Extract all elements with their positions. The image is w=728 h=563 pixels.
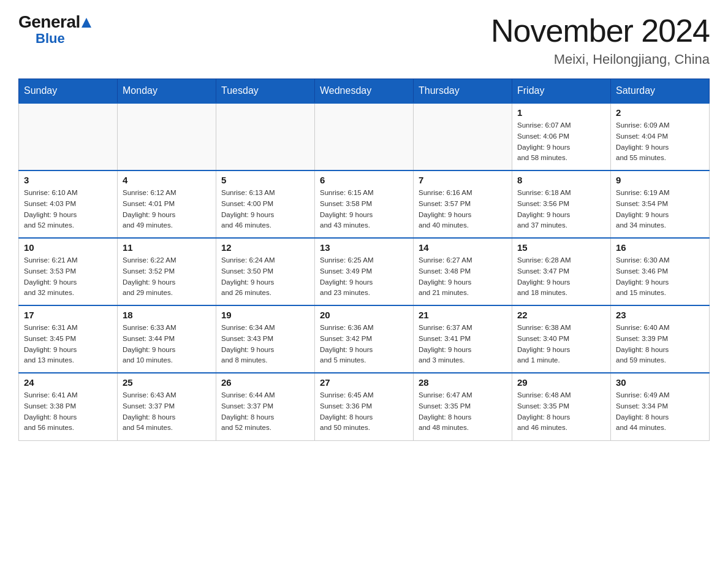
calendar-cell: 15Sunrise: 6:28 AMSunset: 3:47 PMDayligh… [512, 238, 611, 305]
calendar-subtitle: Meixi, Heilongjiang, China [491, 52, 710, 67]
calendar-cell: 7Sunrise: 6:16 AMSunset: 3:57 PMDaylight… [414, 170, 512, 238]
calendar-cell: 2Sunrise: 6:09 AMSunset: 4:04 PMDaylight… [611, 103, 710, 170]
day-info: Sunrise: 6:47 AMSunset: 3:35 PMDaylight:… [419, 390, 507, 434]
day-number: 29 [517, 377, 605, 388]
week-row-3: 10Sunrise: 6:21 AMSunset: 3:53 PMDayligh… [19, 238, 710, 305]
calendar-cell: 16Sunrise: 6:30 AMSunset: 3:46 PMDayligh… [611, 238, 710, 305]
day-number: 7 [419, 175, 507, 185]
day-info: Sunrise: 6:45 AMSunset: 3:36 PMDaylight:… [320, 390, 408, 434]
col-friday: Friday [512, 79, 611, 104]
col-sunday: Sunday [19, 79, 118, 104]
day-number: 15 [517, 242, 605, 253]
day-number: 11 [123, 242, 211, 253]
day-info: Sunrise: 6:31 AMSunset: 3:45 PMDaylight:… [24, 323, 112, 366]
day-number: 16 [616, 242, 704, 253]
day-number: 28 [419, 377, 507, 388]
calendar-cell: 1Sunrise: 6:07 AMSunset: 4:06 PMDaylight… [512, 103, 611, 170]
day-number: 23 [616, 310, 704, 320]
day-info: Sunrise: 6:28 AMSunset: 3:47 PMDaylight:… [517, 255, 605, 299]
day-number: 5 [221, 175, 309, 185]
day-info: Sunrise: 6:07 AMSunset: 4:06 PMDaylight:… [517, 120, 605, 164]
day-info: Sunrise: 6:34 AMSunset: 3:43 PMDaylight:… [221, 323, 309, 366]
week-row-4: 17Sunrise: 6:31 AMSunset: 3:45 PMDayligh… [19, 305, 710, 373]
day-number: 21 [419, 310, 507, 320]
day-info: Sunrise: 6:40 AMSunset: 3:39 PMDaylight:… [616, 323, 704, 366]
calendar-cell: 13Sunrise: 6:25 AMSunset: 3:49 PMDayligh… [315, 238, 414, 305]
day-info: Sunrise: 6:25 AMSunset: 3:49 PMDaylight:… [320, 255, 408, 299]
day-number: 19 [221, 310, 309, 320]
day-number: 18 [123, 310, 211, 320]
calendar-cell: 9Sunrise: 6:19 AMSunset: 3:54 PMDaylight… [611, 170, 710, 238]
title-block: November 2024 Meixi, Heilongjiang, China [491, 12, 710, 67]
logo: General Blue [18, 12, 91, 47]
day-info: Sunrise: 6:44 AMSunset: 3:37 PMDaylight:… [221, 390, 309, 434]
day-number: 17 [24, 310, 112, 320]
page-header: General Blue November 2024 Meixi, Heilon… [18, 12, 710, 67]
logo-general-text: General [18, 12, 91, 33]
day-number: 25 [123, 377, 211, 388]
day-info: Sunrise: 6:36 AMSunset: 3:42 PMDaylight:… [320, 323, 408, 366]
day-info: Sunrise: 6:16 AMSunset: 3:57 PMDaylight:… [419, 188, 507, 231]
day-number: 24 [24, 377, 112, 388]
svg-marker-0 [82, 18, 91, 28]
calendar-cell: 19Sunrise: 6:34 AMSunset: 3:43 PMDayligh… [216, 305, 315, 373]
calendar-cell: 21Sunrise: 6:37 AMSunset: 3:41 PMDayligh… [414, 305, 512, 373]
day-number: 12 [221, 242, 309, 253]
day-info: Sunrise: 6:38 AMSunset: 3:40 PMDaylight:… [517, 323, 605, 366]
day-info: Sunrise: 6:09 AMSunset: 4:04 PMDaylight:… [616, 120, 704, 164]
day-number: 13 [320, 242, 408, 253]
calendar-cell [118, 103, 216, 170]
day-number: 22 [517, 310, 605, 320]
calendar-cell: 23Sunrise: 6:40 AMSunset: 3:39 PMDayligh… [611, 305, 710, 373]
day-number: 6 [320, 175, 408, 185]
calendar-cell: 14Sunrise: 6:27 AMSunset: 3:48 PMDayligh… [414, 238, 512, 305]
week-row-2: 3Sunrise: 6:10 AMSunset: 4:03 PMDaylight… [19, 170, 710, 238]
day-number: 2 [616, 107, 704, 118]
calendar-cell: 28Sunrise: 6:47 AMSunset: 3:35 PMDayligh… [414, 373, 512, 440]
day-info: Sunrise: 6:24 AMSunset: 3:50 PMDaylight:… [221, 255, 309, 299]
week-row-5: 24Sunrise: 6:41 AMSunset: 3:38 PMDayligh… [19, 373, 710, 440]
day-info: Sunrise: 6:43 AMSunset: 3:37 PMDaylight:… [123, 390, 211, 434]
calendar-cell [315, 103, 414, 170]
calendar-cell: 12Sunrise: 6:24 AMSunset: 3:50 PMDayligh… [216, 238, 315, 305]
day-number: 27 [320, 377, 408, 388]
calendar-cell: 29Sunrise: 6:48 AMSunset: 3:35 PMDayligh… [512, 373, 611, 440]
day-number: 1 [517, 107, 605, 118]
day-info: Sunrise: 6:49 AMSunset: 3:34 PMDaylight:… [616, 390, 704, 434]
calendar-title: November 2024 [491, 12, 710, 49]
day-number: 9 [616, 175, 704, 185]
day-number: 4 [123, 175, 211, 185]
day-number: 30 [616, 377, 704, 388]
day-info: Sunrise: 6:33 AMSunset: 3:44 PMDaylight:… [123, 323, 211, 366]
day-info: Sunrise: 6:48 AMSunset: 3:35 PMDaylight:… [517, 390, 605, 434]
calendar-cell: 5Sunrise: 6:13 AMSunset: 4:00 PMDaylight… [216, 170, 315, 238]
calendar-cell: 30Sunrise: 6:49 AMSunset: 3:34 PMDayligh… [611, 373, 710, 440]
calendar-cell: 25Sunrise: 6:43 AMSunset: 3:37 PMDayligh… [118, 373, 216, 440]
day-number: 8 [517, 175, 605, 185]
calendar-cell: 6Sunrise: 6:15 AMSunset: 3:58 PMDaylight… [315, 170, 414, 238]
calendar-cell [414, 103, 512, 170]
calendar-cell: 11Sunrise: 6:22 AMSunset: 3:52 PMDayligh… [118, 238, 216, 305]
day-info: Sunrise: 6:41 AMSunset: 3:38 PMDaylight:… [24, 390, 112, 434]
col-wednesday: Wednesday [315, 79, 414, 104]
calendar-cell: 27Sunrise: 6:45 AMSunset: 3:36 PMDayligh… [315, 373, 414, 440]
calendar-table: Sunday Monday Tuesday Wednesday Thursday… [18, 79, 710, 441]
day-number: 3 [24, 175, 112, 185]
day-info: Sunrise: 6:10 AMSunset: 4:03 PMDaylight:… [24, 188, 112, 231]
day-number: 10 [24, 242, 112, 253]
col-saturday: Saturday [611, 79, 710, 104]
calendar-cell: 20Sunrise: 6:36 AMSunset: 3:42 PMDayligh… [315, 305, 414, 373]
calendar-cell: 26Sunrise: 6:44 AMSunset: 3:37 PMDayligh… [216, 373, 315, 440]
calendar-cell [19, 103, 118, 170]
day-info: Sunrise: 6:19 AMSunset: 3:54 PMDaylight:… [616, 188, 704, 231]
day-number: 20 [320, 310, 408, 320]
day-info: Sunrise: 6:18 AMSunset: 3:56 PMDaylight:… [517, 188, 605, 231]
calendar-cell: 17Sunrise: 6:31 AMSunset: 3:45 PMDayligh… [19, 305, 118, 373]
col-monday: Monday [118, 79, 216, 104]
day-info: Sunrise: 6:22 AMSunset: 3:52 PMDaylight:… [123, 255, 211, 299]
day-number: 14 [419, 242, 507, 253]
day-info: Sunrise: 6:15 AMSunset: 3:58 PMDaylight:… [320, 188, 408, 231]
calendar-cell: 10Sunrise: 6:21 AMSunset: 3:53 PMDayligh… [19, 238, 118, 305]
day-info: Sunrise: 6:21 AMSunset: 3:53 PMDaylight:… [24, 255, 112, 299]
calendar-cell: 8Sunrise: 6:18 AMSunset: 3:56 PMDaylight… [512, 170, 611, 238]
